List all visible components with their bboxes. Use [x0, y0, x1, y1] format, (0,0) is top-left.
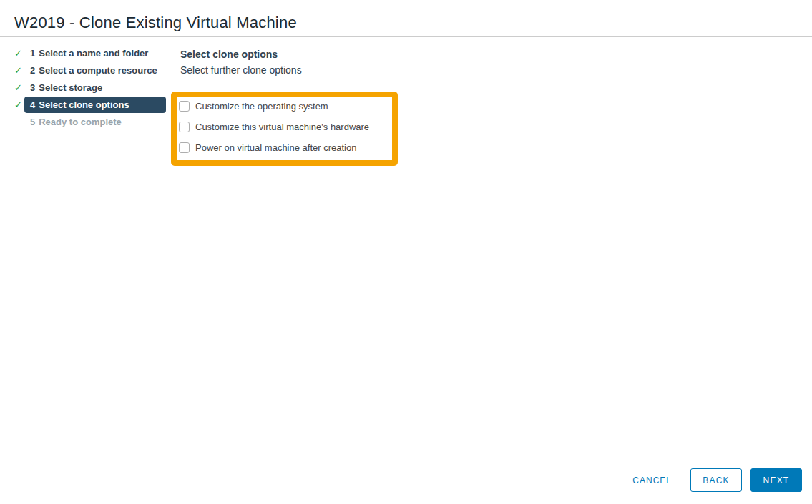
customize-hardware-checkbox[interactable]	[179, 122, 190, 132]
step-item-select-name-folder[interactable]: ✓ 1Select a name and folder	[14, 44, 166, 61]
option-customize-os: Customize the operating system	[179, 96, 393, 117]
step-label-active: 4Select clone options	[24, 97, 166, 113]
power-on-label[interactable]: Power on virtual machine after creation	[195, 142, 356, 153]
wizard-footer: CANCEL BACK NEXT	[632, 468, 802, 492]
step-item-ready-to-complete: 5Ready to complete	[14, 113, 166, 130]
check-icon: ✓	[14, 100, 24, 109]
page-subtitle: Select further clone options	[180, 64, 302, 76]
content-divider	[180, 81, 800, 81]
customize-hardware-label[interactable]: Customize this virtual machine's hardwar…	[195, 122, 369, 132]
back-button[interactable]: BACK	[690, 468, 742, 492]
clone-vm-wizard: W2019 - Clone Existing Virtual Machine ✓…	[0, 0, 812, 504]
step-item-select-compute-resource[interactable]: ✓ 2Select a compute resource	[14, 61, 166, 79]
step-label: 1Select a name and folder	[24, 45, 166, 61]
customize-os-label[interactable]: Customize the operating system	[195, 101, 328, 112]
cancel-button[interactable]: CANCEL	[632, 475, 672, 485]
wizard-steps-sidebar: ✓ 1Select a name and folder ✓ 2Select a …	[14, 44, 166, 130]
power-on-checkbox[interactable]	[179, 142, 190, 153]
next-button[interactable]: NEXT	[750, 468, 802, 492]
clone-options-list: Customize the operating system Customize…	[179, 96, 393, 158]
step-label: 3Select storage	[24, 79, 166, 96]
step-label: 5Ready to complete	[24, 114, 166, 130]
option-power-on: Power on virtual machine after creation	[179, 137, 393, 158]
wizard-title: W2019 - Clone Existing Virtual Machine	[14, 14, 297, 32]
check-icon: ✓	[14, 66, 24, 75]
customize-os-checkbox[interactable]	[179, 101, 190, 112]
step-item-select-clone-options[interactable]: ✓ 4Select clone options	[14, 96, 166, 113]
step-item-select-storage[interactable]: ✓ 3Select storage	[14, 79, 166, 96]
step-label: 2Select a compute resource	[24, 62, 166, 79]
title-divider	[0, 36, 812, 37]
option-customize-hardware: Customize this virtual machine's hardwar…	[179, 117, 393, 137]
check-icon: ✓	[14, 49, 24, 58]
check-icon: ✓	[14, 83, 24, 92]
page-title: Select clone options	[180, 49, 278, 60]
